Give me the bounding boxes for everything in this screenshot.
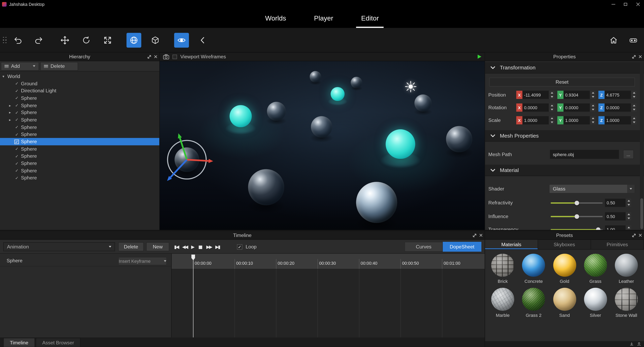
spin-down-icon[interactable] xyxy=(626,203,631,207)
vr-mode-button[interactable] xyxy=(626,32,640,47)
spin-up-icon[interactable] xyxy=(590,91,596,94)
close-panel-icon[interactable] xyxy=(638,234,642,237)
world-view-button[interactable] xyxy=(126,32,141,47)
new-animation-button[interactable]: New xyxy=(146,242,169,251)
material-grass2[interactable]: Grass 2 xyxy=(520,288,547,318)
visibility-check-icon[interactable]: ✓ xyxy=(14,176,20,180)
maximize-button[interactable] xyxy=(620,0,632,8)
animation-select[interactable]: Animation xyxy=(3,242,115,251)
material-thumb-gold[interactable] xyxy=(553,254,576,277)
dopesheet-button[interactable]: DopeSheet xyxy=(443,242,482,252)
caret-right-icon[interactable]: ▸ xyxy=(9,118,14,122)
user-icon[interactable] xyxy=(637,342,641,346)
translate-tool-button[interactable] xyxy=(58,32,72,47)
undo-button[interactable] xyxy=(11,32,25,47)
timeline-ruler[interactable]: 00:00:0000:00:1000:00:2000:00:3000:00:40… xyxy=(172,254,484,269)
wireframes-checkbox[interactable] xyxy=(172,54,177,59)
gizmo-x-axis[interactable] xyxy=(187,159,213,163)
spin-up-icon[interactable] xyxy=(549,116,555,120)
curves-button[interactable]: Curves xyxy=(404,242,443,252)
material-gold[interactable]: Gold xyxy=(551,254,578,284)
spin-up-icon[interactable] xyxy=(626,225,631,229)
spin-down-icon[interactable] xyxy=(549,120,555,124)
material-thumb-stonewall[interactable] xyxy=(615,288,638,311)
popout-icon[interactable] xyxy=(473,233,476,237)
preset-tab-primitives[interactable]: Primitives xyxy=(591,240,644,249)
glass-sphere[interactable] xyxy=(267,102,286,121)
glass-sphere[interactable] xyxy=(248,169,284,205)
mesh-path-input[interactable]: sphere.obj xyxy=(550,150,619,159)
camera-icon[interactable] xyxy=(163,54,169,59)
visibility-check-icon[interactable]: ✓ xyxy=(14,103,20,107)
visibility-check-icon[interactable]: ✓ xyxy=(14,118,20,122)
spin-up-icon[interactable] xyxy=(626,212,631,216)
value-input[interactable]: 1.0000 xyxy=(522,116,549,124)
viewport-scene[interactable] xyxy=(160,61,484,230)
rewind-icon[interactable]: ◀◀ xyxy=(182,244,187,249)
toolbar-grip-icon[interactable] xyxy=(3,37,6,43)
preset-tab-skyboxes[interactable]: Skyboxes xyxy=(538,240,591,249)
spin-up-icon[interactable] xyxy=(631,116,637,120)
spin-down-icon[interactable] xyxy=(631,108,637,112)
insert-keyframe-button[interactable]: Insert Keyframe xyxy=(118,257,167,265)
glass-sphere[interactable] xyxy=(311,116,332,138)
scale-x-field[interactable]: X 1.0000 xyxy=(516,116,554,124)
home-button[interactable] xyxy=(606,32,621,47)
translate-gizmo[interactable] xyxy=(160,133,214,186)
value-input[interactable]: 0.0000 xyxy=(522,103,549,112)
tree-item-sphere[interactable]: ✓ Sphere xyxy=(0,167,160,174)
influence-slider[interactable] xyxy=(551,212,602,221)
close-panel-icon[interactable] xyxy=(638,55,642,58)
spin-down-icon[interactable] xyxy=(631,120,637,124)
material-thumb-marble[interactable] xyxy=(491,288,514,311)
material-thumb-silver[interactable] xyxy=(584,288,607,311)
visibility-check-icon[interactable]: ✓ xyxy=(14,154,20,158)
tree-item-sphere[interactable]: ▸ ✓ Sphere xyxy=(0,109,160,116)
visibility-check-icon[interactable]: ✓ xyxy=(14,125,20,129)
material-leather[interactable]: Leather xyxy=(613,254,640,284)
cyan-sphere[interactable] xyxy=(386,129,415,159)
caret-right-icon[interactable]: ▸ xyxy=(9,103,14,107)
tree-item-sphere[interactable]: ✓ Sphere xyxy=(0,174,160,182)
position-y-field[interactable]: Y 0.9304 xyxy=(557,91,596,99)
delete-animation-button[interactable]: Delete xyxy=(118,242,144,251)
material-thumb-brick[interactable] xyxy=(491,254,514,277)
timeline-grid[interactable] xyxy=(172,269,484,338)
tree-item-sphere[interactable]: ✓ Sphere xyxy=(0,152,160,160)
spin-up-icon[interactable] xyxy=(631,91,637,94)
tree-item-sphere[interactable]: ✓ Sphere xyxy=(0,131,160,138)
tree-item-sphere[interactable]: ▸ ✓ Sphere xyxy=(0,116,160,123)
scale-tool-button[interactable] xyxy=(100,32,115,47)
glass-sphere[interactable] xyxy=(310,71,321,82)
slider-handle[interactable] xyxy=(596,227,600,230)
skip-end-icon[interactable]: ▶▮ xyxy=(215,244,220,249)
nav-tab-worlds[interactable]: Worlds xyxy=(260,8,291,28)
spin-down-icon[interactable] xyxy=(590,108,596,112)
popout-icon[interactable] xyxy=(632,55,636,58)
cyan-sphere[interactable] xyxy=(230,105,252,127)
visibility-check-icon[interactable]: ✓ xyxy=(14,96,20,100)
visibility-check-icon[interactable]: ✓ xyxy=(14,110,20,115)
material-thumb-grass2[interactable] xyxy=(522,288,545,311)
popout-icon[interactable] xyxy=(148,55,151,58)
shader-select[interactable]: Glass xyxy=(549,184,635,193)
close-panel-icon[interactable] xyxy=(480,234,482,237)
spin-down-icon[interactable] xyxy=(631,95,637,99)
spin-down-icon[interactable] xyxy=(590,95,596,99)
material-sand[interactable]: Sand xyxy=(551,288,578,318)
tree-item-sphere[interactable]: ✓ Sphere xyxy=(0,160,160,167)
skip-start-icon[interactable]: ▮◀ xyxy=(174,244,178,249)
spin-down-icon[interactable] xyxy=(626,217,631,221)
properties-scrollbar[interactable] xyxy=(640,62,644,229)
spin-up-icon[interactable] xyxy=(626,199,631,203)
scale-y-field[interactable]: Y 1.0000 xyxy=(557,116,596,124)
spin-up-icon[interactable] xyxy=(549,91,555,94)
visibility-check-icon[interactable]: ✓ xyxy=(14,139,19,144)
material-concrete[interactable]: Concrete xyxy=(520,254,547,284)
value-input[interactable]: 1.0000 xyxy=(604,116,631,124)
timeline-track-area[interactable]: 00:00:0000:00:1000:00:2000:00:3000:00:40… xyxy=(172,254,484,337)
close-button[interactable] xyxy=(632,0,644,8)
tree-item-sphere[interactable]: ✓ Sphere xyxy=(0,123,160,131)
minimize-button[interactable] xyxy=(607,0,619,8)
glass-sphere[interactable] xyxy=(414,94,432,112)
